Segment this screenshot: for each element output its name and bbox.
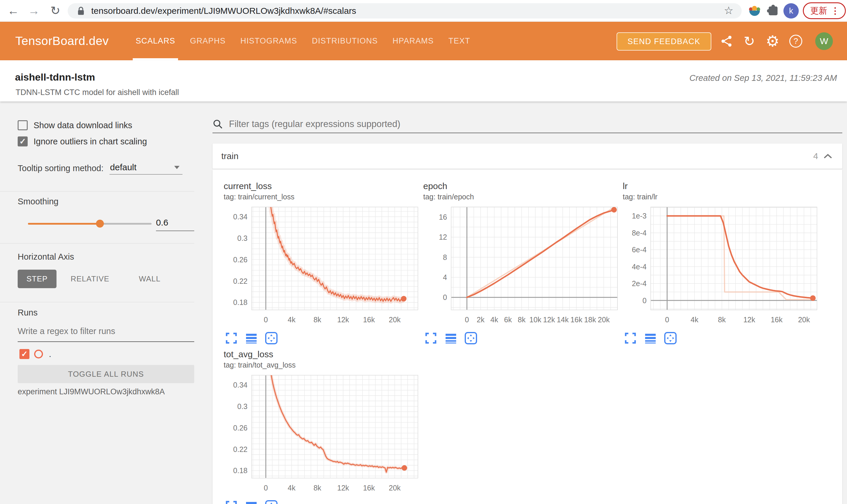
tab-graphs[interactable]: GRAPHS: [190, 22, 225, 60]
data-table-icon[interactable]: [643, 331, 657, 345]
browser-refresh-icon[interactable]: ↻: [48, 3, 63, 18]
svg-text:0: 0: [665, 316, 669, 324]
svg-text:6e-4: 6e-4: [632, 246, 646, 254]
svg-text:8k: 8k: [718, 316, 726, 324]
sidebar-divider: [0, 302, 194, 302]
ignore-outliers-checkbox[interactable]: ✓: [18, 137, 28, 146]
chart-grid: current_loss tag: train/current_loss 04k…: [224, 181, 842, 504]
browser-menu-icon[interactable]: ⋮: [831, 5, 840, 16]
svg-text:2k: 2k: [477, 316, 485, 324]
address-bar[interactable]: tensorboard.dev/experiment/LJI9MWUORLOw3…: [68, 3, 742, 19]
show-download-links-row[interactable]: Show data download links: [18, 120, 132, 130]
expand-chart-icon[interactable]: [424, 331, 438, 345]
chart-toolbar: [224, 331, 423, 345]
browser-forward-icon[interactable]: →: [27, 3, 41, 18]
share-icon[interactable]: [717, 22, 736, 60]
browser-profile-avatar[interactable]: k: [783, 3, 799, 19]
svg-text:0: 0: [264, 484, 268, 492]
expand-chart-icon[interactable]: [224, 331, 238, 345]
browser-back-icon[interactable]: ←: [6, 3, 21, 18]
show-download-links-checkbox[interactable]: [18, 120, 28, 130]
data-table-icon[interactable]: [244, 331, 258, 345]
data-table-icon[interactable]: [244, 499, 258, 504]
fit-domain-icon[interactable]: [264, 499, 278, 504]
experiment-id-text: experiment LJI9MWUORLOw3jkdhxwk8A: [18, 387, 165, 396]
settings-gear-icon[interactable]: ⚙: [763, 22, 782, 60]
url-text[interactable]: tensorboard.dev/experiment/LJI9MWUORLOw3…: [91, 6, 356, 16]
horizontal-axis-label: Horizontal Axis: [18, 252, 74, 262]
ignore-outliers-row[interactable]: ✓ Ignore outliers in chart scaling: [18, 137, 147, 146]
run-checkbox[interactable]: ✓: [19, 349, 30, 359]
data-table-icon[interactable]: [444, 331, 458, 345]
axis-relative-button[interactable]: RELATIVE: [62, 270, 118, 288]
tensorboard-page: ← → ↻ tensorboard.dev/experiment/LJI9MWU…: [0, 0, 847, 504]
fit-domain-icon[interactable]: [663, 331, 677, 345]
tooltip-sorting-select[interactable]: default: [109, 162, 183, 175]
svg-text:4k: 4k: [288, 316, 296, 324]
svg-text:14k: 14k: [557, 316, 569, 324]
user-avatar[interactable]: W: [815, 32, 833, 50]
tab-scalars[interactable]: SCALARS: [136, 22, 175, 60]
expand-chart-icon[interactable]: [224, 499, 238, 504]
train-group-header[interactable]: train 4: [212, 144, 842, 169]
app-logo[interactable]: TensorBoard.dev: [15, 22, 109, 60]
tab-hparams[interactable]: HPARAMS: [393, 22, 434, 60]
tab-text[interactable]: TEXT: [449, 22, 470, 60]
dropdown-arrow-icon: [174, 166, 179, 169]
extension-bowl-icon[interactable]: [748, 5, 761, 17]
collapse-chevron-icon[interactable]: [824, 154, 832, 159]
svg-text:0.34: 0.34: [233, 381, 247, 389]
svg-text:20k: 20k: [389, 484, 401, 492]
svg-text:20k: 20k: [389, 316, 401, 324]
smoothing-slider[interactable]: [28, 223, 152, 224]
chart-epoch: epoch tag: train/epoch 02k4k6k8k10k12k14…: [423, 181, 623, 345]
smoothing-value-input[interactable]: 0.6: [156, 218, 194, 231]
tab-distributions[interactable]: DISTRIBUTIONS: [312, 22, 378, 60]
tab-histograms[interactable]: HISTOGRAMS: [240, 22, 297, 60]
axis-step-button[interactable]: STEP: [18, 270, 56, 288]
svg-text:0.34: 0.34: [233, 213, 247, 221]
chart-toolbar: [623, 331, 822, 345]
chart-title: tot_avg_loss: [224, 349, 423, 359]
help-icon[interactable]: ?: [786, 22, 805, 60]
lr-plot[interactable]: 04k8k12k16k20k02e-44e-46e-48e-41e-3: [623, 203, 820, 330]
svg-text:0: 0: [443, 293, 447, 301]
svg-text:20k: 20k: [798, 316, 810, 324]
chart-toolbar: [224, 499, 423, 504]
filter-tags-input[interactable]: Filter tags (regular expressions support…: [212, 115, 842, 133]
tooltip-sorting-label: Tooltip sorting method:: [18, 163, 104, 173]
run-row[interactable]: ✓ .: [19, 349, 51, 359]
current-loss-plot[interactable]: 04k8k12k16k20k0.180.220.260.30.34: [224, 203, 421, 330]
chart-current-loss: current_loss tag: train/current_loss 04k…: [224, 181, 423, 345]
chart-toolbar: [424, 331, 623, 345]
svg-text:4k: 4k: [288, 484, 296, 492]
fit-domain-icon[interactable]: [264, 331, 278, 345]
svg-text:0.3: 0.3: [237, 234, 247, 242]
runs-regex-input[interactable]: Write a regex to filter runs: [18, 326, 194, 342]
svg-text:10k: 10k: [530, 316, 541, 324]
svg-text:8k: 8k: [313, 316, 322, 324]
toggle-all-runs-button[interactable]: TOGGLE ALL RUNS: [18, 365, 194, 383]
chrome-update-button[interactable]: 更新 ⋮: [803, 2, 846, 19]
send-feedback-button[interactable]: SEND FEEDBACK: [617, 32, 711, 51]
refresh-data-icon[interactable]: ↻: [740, 22, 759, 60]
runs-label: Runs: [18, 308, 38, 318]
axis-wall-button[interactable]: WALL: [130, 270, 170, 288]
run-color-swatch[interactable]: [34, 349, 43, 358]
bookmark-star-icon[interactable]: ☆: [724, 4, 733, 17]
tot-avg-loss-plot[interactable]: 04k8k12k16k20k0.180.220.260.30.34: [224, 372, 421, 498]
sidebar-divider: [0, 243, 194, 244]
fit-domain-icon[interactable]: [464, 331, 478, 345]
svg-text:0: 0: [264, 316, 268, 324]
horizontal-axis-buttons: STEP RELATIVE WALL: [18, 270, 170, 288]
svg-text:12k: 12k: [337, 316, 349, 324]
epoch-plot[interactable]: 02k4k6k8k10k12k14k16k18k20k0481216: [423, 203, 620, 330]
svg-text:8e-4: 8e-4: [632, 229, 646, 237]
chart-title: current_loss: [224, 181, 423, 191]
train-group-body: current_loss tag: train/current_loss 04k…: [212, 169, 842, 504]
svg-text:12k: 12k: [743, 316, 756, 324]
svg-text:12k: 12k: [543, 316, 555, 324]
extensions-puzzle-icon[interactable]: [769, 6, 778, 15]
expand-chart-icon[interactable]: [623, 331, 637, 345]
slider-thumb[interactable]: [96, 220, 104, 228]
